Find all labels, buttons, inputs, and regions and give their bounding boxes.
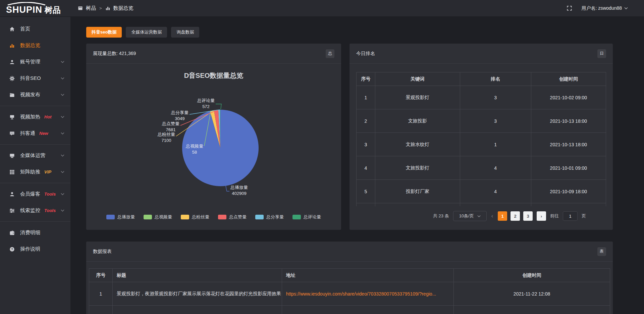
table-badge[interactable]: 表	[597, 247, 606, 256]
fullscreen-icon[interactable]	[567, 6, 572, 11]
table-row: 1景观投影灯32021-10-02 09:00	[357, 86, 606, 109]
sidebar-item-10[interactable]: 矩阵助推VIP	[0, 164, 70, 180]
table-cell	[454, 306, 610, 314]
table-cell: 景观投影灯，夜游景观投影灯厂家展示展示落花灯在花园里的灯光投影应用效果 #	[113, 282, 282, 306]
sidebar-item-12[interactable]: 会员爆客Tools	[0, 186, 70, 202]
total-badge[interactable]: 总	[326, 49, 334, 58]
table-cell: 2021-10-01 09:00	[531, 156, 606, 180]
data-tabs: 抖音seo数据全媒体运营数据询盘数据	[86, 27, 613, 38]
day-badge[interactable]: 日	[597, 49, 606, 58]
page-button-2[interactable]: 2	[511, 211, 520, 221]
sidebar-item-9[interactable]: 全媒体运营	[0, 147, 70, 164]
user-menu[interactable]: 用户名: zswodun88	[581, 5, 628, 11]
sidebar-item-label: 视频加热	[20, 114, 40, 120]
column-header: 序号	[89, 269, 113, 282]
table-cell: 3	[357, 133, 375, 156]
legend-item-3[interactable]: 总点赞量	[218, 214, 247, 220]
sidebar-item-3[interactable]: 抖音SEO	[0, 70, 70, 87]
table-cell: 4	[460, 156, 531, 180]
table-cell: 4	[460, 180, 531, 203]
sidebar-item-label: 视频发布	[20, 92, 40, 98]
top-header: SHUPIN 树品 树品 > 数据总览 用户名: zswodun88	[0, 0, 644, 17]
sidebar-item-2[interactable]: 账号管理	[0, 54, 70, 70]
label-line-0	[226, 186, 229, 191]
column-header: 标题	[113, 269, 282, 282]
table-cell: 景观投影灯	[375, 86, 460, 109]
ranking-panel: 今日排名 日 序号关键词排名创建时间1景观投影灯32021-10-02 09:0…	[350, 44, 613, 230]
question-icon: ?	[9, 247, 15, 252]
chevron-down-icon	[61, 171, 64, 173]
row-link[interactable]: https://www.iesdouyin.com/share/video/70…	[286, 291, 436, 297]
sidebar-item-0[interactable]: 首页	[0, 21, 70, 37]
column-header: 关键词	[375, 72, 460, 86]
table-cell: 文旅水纹灯	[375, 133, 460, 156]
legend-label: 总视频量	[155, 214, 172, 220]
legend-item-2[interactable]: 总粉丝量	[181, 214, 209, 220]
report-panel: 数据报表 表 序号标题地址创建时间1景观投影灯，夜游景观投影灯厂家展示展示落花灯…	[86, 242, 613, 314]
goto-page-input[interactable]	[563, 211, 578, 221]
sidebar-item-13[interactable]: 线索监控Tools	[0, 202, 70, 219]
pie-label-value: 7100	[158, 138, 175, 144]
table-header-row: 序号标题地址创建时间	[89, 269, 610, 282]
page-button-3[interactable]: 3	[523, 211, 533, 221]
page-size-value: 10条/页	[459, 213, 474, 219]
table-cell: 2021-10-13 18:00	[531, 133, 606, 156]
sidebar-item-label: 数据总览	[20, 42, 40, 49]
table-cell	[375, 203, 460, 207]
grid-icon	[9, 169, 15, 175]
chat-icon	[9, 131, 15, 136]
chevron-down-icon	[477, 215, 481, 217]
table-row: 1景观投影灯，夜游景观投影灯厂家展示展示落花灯在花园里的灯光投影应用效果 #ht…	[89, 282, 610, 306]
legend-label: 总点赞量	[229, 214, 247, 220]
chevron-down-icon	[61, 94, 64, 96]
breadcrumb-item-root[interactable]: 树品	[78, 5, 96, 11]
sidebar-item-label: 线索监控	[20, 207, 40, 214]
chevron-down-icon	[61, 154, 64, 157]
table-cell	[89, 306, 113, 314]
sidebar-item-label: 操作说明	[20, 246, 40, 252]
tab-2[interactable]: 询盘数据	[171, 27, 199, 38]
sidebar-item-7[interactable]: 抖客通New	[0, 125, 70, 142]
chevron-down-icon	[61, 77, 64, 80]
tab-0[interactable]: 抖音seo数据	[86, 27, 122, 38]
next-page-button[interactable]: ›	[537, 211, 546, 221]
sidebar-item-6[interactable]: 视频加热Hot	[0, 109, 70, 125]
pie-label-2: 总粉丝量7100	[158, 132, 175, 144]
pie-label-1: 总视频量58	[186, 143, 203, 155]
sidebar-divider	[0, 106, 70, 106]
column-header: 创建时间	[454, 269, 610, 282]
app-logo[interactable]: SHUPIN 树品	[0, 2, 70, 14]
tab-1[interactable]: 全媒体运营数据	[126, 27, 167, 38]
ranking-table: 序号关键词排名创建时间1景观投影灯32021-10-02 09:002文旅投影3…	[356, 72, 606, 206]
table-cell: 1	[460, 133, 531, 156]
legend-item-0[interactable]: 总播放量	[106, 214, 135, 220]
wallet-icon	[9, 230, 15, 235]
monitor-icon	[9, 153, 15, 158]
sidebar-item-4[interactable]: 视频发布	[0, 87, 70, 103]
gear-icon	[9, 76, 15, 81]
legend-item-1[interactable]: 总视频量	[144, 214, 172, 220]
legend-label: 总播放量	[117, 214, 135, 220]
table-cell: 2	[357, 109, 375, 133]
legend-item-5[interactable]: 总评论量	[292, 214, 321, 220]
breadcrumb-item-current[interactable]: 数据总览	[105, 5, 133, 11]
table-cell	[282, 306, 453, 314]
chevron-down-icon	[61, 61, 64, 63]
pie-svg	[86, 64, 341, 229]
sidebar-item-15[interactable]: 消费明细	[0, 224, 70, 241]
sidebar-item-1[interactable]: 数据总览	[0, 37, 70, 54]
prev-page-button[interactable]: ‹	[491, 213, 494, 219]
total-count-label: 共 23 条	[433, 213, 449, 219]
sidebar-item-16[interactable]: ?操作说明	[0, 241, 70, 257]
table-cell: 1	[89, 282, 113, 306]
page-button-1[interactable]: 1	[498, 211, 507, 221]
table-cell[interactable]: https://www.iesdouyin.com/share/video/70…	[282, 282, 453, 306]
pie-label-value: 58	[186, 149, 203, 155]
sidebar-divider	[0, 183, 70, 183]
legend-item-4[interactable]: 总分享量	[255, 214, 284, 220]
app-window-icon	[78, 6, 84, 11]
logo-text-en: SHUPIN	[6, 5, 42, 14]
table-cell: 文旅投影	[375, 109, 460, 133]
pie-chart: D音SEO数据量总览 总播放量402909总视频量58总粉丝量7100总点赞量7…	[86, 64, 341, 229]
page-size-select[interactable]: 10条/页	[453, 211, 487, 221]
